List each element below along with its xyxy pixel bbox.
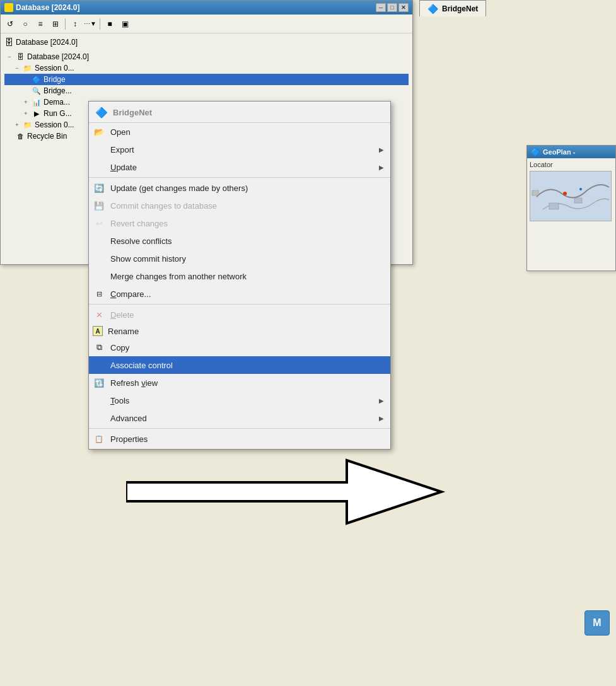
cm-label-refresh: Refresh view <box>110 378 384 388</box>
bridge-icon: 🔷 <box>32 74 42 84</box>
m-icon[interactable]: M <box>584 610 610 636</box>
cm-sep2 <box>89 304 390 305</box>
cm-item-compare[interactable]: ⊟ Compare... <box>89 285 390 303</box>
cm-item-associate[interactable]: Associate control <box>89 356 390 374</box>
compare-icon: ⊟ <box>93 288 105 300</box>
cm-header-icon: 🔷 <box>95 107 108 119</box>
cm-item-history[interactable]: Show commit history <box>89 250 390 267</box>
expand-database: − <box>6 54 13 60</box>
db-window-title: Database [2024.0] <box>16 3 79 12</box>
cm-item-delete: ✕ Delete <box>89 306 390 323</box>
tools-arrow: ▶ <box>379 397 384 404</box>
bridgenet-tab-label: BridgeNet <box>442 4 478 13</box>
cm-label-revert: Revert changes <box>110 219 384 228</box>
breadcrumb: 🗄 Database [2024.0] <box>4 37 409 47</box>
svg-marker-6 <box>416 460 605 536</box>
update-get-icon: 🔄 <box>93 182 105 194</box>
expand-demand: + <box>22 99 30 105</box>
db-titlebar: Database [2024.0] ─ □ ✕ <box>1 1 412 15</box>
toolbar-filter-btn[interactable]: ⋯▼ <box>83 17 97 31</box>
toolbar-circle-btn[interactable]: ○ <box>18 17 32 31</box>
titlebar-controls: ─ □ ✕ <box>376 3 409 12</box>
expand-rung: + <box>22 110 30 117</box>
tree-label-rung: Run G... <box>44 109 72 118</box>
session0-icon: 📁 <box>23 63 33 73</box>
cm-item-update[interactable]: Update ▶ <box>89 158 390 176</box>
tree-label-session0: Session 0... <box>35 64 74 73</box>
toolbar-refresh-btn[interactable]: ↺ <box>3 17 17 31</box>
cm-label-properties: Properties <box>110 434 384 444</box>
cm-header: 🔷 BridgeNet <box>89 103 390 123</box>
db-icon-small: 🗄 <box>4 37 13 47</box>
cm-item-tools[interactable]: Tools ▶ <box>89 392 390 409</box>
export-icon <box>93 143 105 156</box>
geoplan-panel: 🔷 GeoPlan - Locator <box>526 145 616 271</box>
toolbar-grid2-btn[interactable]: ▣ <box>118 17 132 31</box>
cm-sep3 <box>89 428 390 429</box>
cm-item-open[interactable]: 📂 Open <box>89 123 390 141</box>
tools-icon <box>93 394 105 407</box>
export-arrow: ▶ <box>379 146 384 153</box>
minimize-button[interactable]: ─ <box>376 3 386 12</box>
cm-label-compare: Compare... <box>110 289 384 299</box>
cm-header-label: BridgeNet <box>113 108 152 117</box>
cm-item-properties[interactable]: 📋 Properties <box>89 430 390 448</box>
tree-label-bridge2: Bridge... <box>44 86 72 95</box>
geoplan-icon: 🔷 <box>531 148 540 156</box>
tree-label-demand: Dema... <box>44 98 70 107</box>
delete-icon: ✕ <box>93 308 105 321</box>
tree-item-session0[interactable]: − 📁 Session 0... <box>4 62 409 74</box>
svg-rect-4 <box>574 198 582 203</box>
cm-label-copy: Copy <box>110 343 384 352</box>
cm-item-rename[interactable]: A Rename <box>89 323 390 339</box>
rename-icon: A <box>93 326 103 336</box>
cm-label-update: Update <box>110 163 374 172</box>
demand-icon: 📊 <box>32 97 42 107</box>
toolbar-grid-btn[interactable]: ⊞ <box>49 17 62 31</box>
cm-label-export: Export <box>110 145 374 154</box>
svg-rect-5 <box>532 190 538 195</box>
breadcrumb-text: Database [2024.0] <box>16 38 78 47</box>
bridgenet-tab[interactable]: 🔷 BridgeNet <box>419 0 486 16</box>
toolbar-sort-btn[interactable]: ↕ <box>68 17 82 31</box>
cm-item-export[interactable]: Export ▶ <box>89 141 390 158</box>
cm-item-copy[interactable]: ⧉ Copy <box>89 339 390 356</box>
cm-item-refresh[interactable]: 🔃 Refresh view <box>89 374 390 392</box>
geoplan-title: GeoPlan - <box>543 148 575 156</box>
geoplan-map <box>530 171 612 221</box>
session0b-icon: 📁 <box>23 120 33 130</box>
cm-label-update-get: Update (get changes made by others) <box>110 183 384 193</box>
tree-label-session0b: Session 0... <box>35 120 74 129</box>
refresh-icon: 🔃 <box>93 376 105 389</box>
rung-icon: ▶ <box>32 108 42 119</box>
expand-session0b: + <box>13 122 21 128</box>
maximize-button[interactable]: □ <box>387 3 397 12</box>
update-icon <box>93 161 105 173</box>
toolbar-list-btn[interactable]: ≡ <box>33 17 47 31</box>
cm-item-resolve[interactable]: Resolve conflicts <box>89 232 390 250</box>
cm-label-open: Open <box>110 127 384 137</box>
cm-item-merge[interactable]: Merge changes from another network <box>89 267 390 285</box>
cm-item-advanced[interactable]: Advanced ▶ <box>89 409 390 427</box>
cm-label-rename: Rename <box>108 327 384 336</box>
geoplan-locator-label: Locator <box>530 161 613 168</box>
db-title-icon <box>4 3 13 12</box>
close-button[interactable]: ✕ <box>398 3 409 12</box>
copy-icon: ⧉ <box>93 341 105 354</box>
revert-icon: ↩ <box>93 217 105 230</box>
toolbar-sep1 <box>65 18 66 30</box>
cm-item-update-get[interactable]: 🔄 Update (get changes made by others) <box>89 179 390 197</box>
svg-point-1 <box>563 192 567 195</box>
tree-item-bridge2[interactable]: 🔍 Bridge... <box>4 85 409 96</box>
cm-item-commit: 💾 Commit changes to database <box>89 197 390 214</box>
svg-rect-0 <box>530 172 611 221</box>
bridgenet-tab-icon: 🔷 <box>427 4 438 14</box>
geoplan-map-svg <box>530 172 611 221</box>
db-title-group: Database [2024.0] <box>4 3 79 12</box>
geoplan-content: Locator <box>527 158 615 224</box>
cm-label-advanced: Advanced <box>110 414 374 423</box>
tree-item-database[interactable]: − 🗄 Database [2024.0] <box>4 51 409 62</box>
cm-label-history: Show commit history <box>110 254 384 264</box>
toolbar-black-sq-btn[interactable]: ■ <box>103 17 117 31</box>
tree-item-bridge[interactable]: 🔷 Bridge <box>4 74 409 85</box>
